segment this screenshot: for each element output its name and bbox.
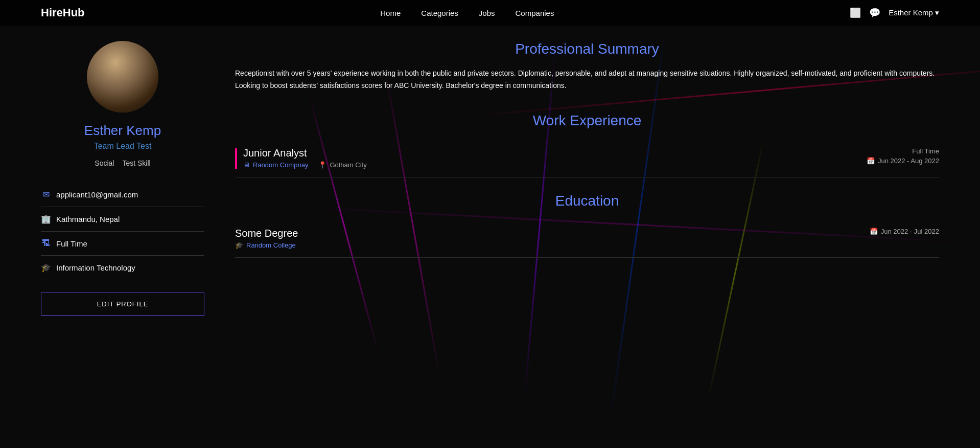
- location-pin-icon: 📍: [318, 161, 326, 169]
- work-experience-section: Work Experience Junior Analyst 🖥 Random …: [235, 113, 939, 177]
- profile-details: ✉ applicant10@gmail.com 🏢 Kathmandu, Nep…: [41, 183, 204, 280]
- summary-title: Professional Summary: [235, 41, 939, 57]
- content-area: Professional Summary Receptionist with o…: [235, 41, 939, 316]
- location-detail: 🏢 Kathmandu, Nepal: [41, 207, 204, 232]
- industry-detail: 🎓 Information Technology: [41, 256, 204, 280]
- edu-dates: 📅 Jun 2022 - Jul 2022: [870, 228, 939, 235]
- profile-name: Esther Kemp: [84, 123, 161, 139]
- app-logo: HireHub: [41, 6, 85, 19]
- upload-icon[interactable]: ⬜: [850, 7, 861, 18]
- industry-icon: 🎓: [41, 263, 51, 273]
- work-experience-title: Work Experience: [235, 113, 939, 129]
- jobtype-detail: 🏗 Full Time: [41, 232, 204, 256]
- company-name: Random Compnay: [253, 161, 308, 169]
- profile-tags: Social Test Skill: [95, 159, 150, 167]
- exp-left: Junior Analyst 🖥 Random Compnay 📍 Gotham…: [235, 147, 367, 169]
- location-value: Kathmandu, Nepal: [56, 215, 120, 223]
- exp-type: Full Time: [867, 147, 939, 155]
- nav-user[interactable]: Esther Kemp ▾: [889, 8, 939, 17]
- exp-indicator: [235, 148, 237, 169]
- jobtype-value: Full Time: [56, 239, 87, 248]
- message-icon[interactable]: 💬: [869, 7, 880, 18]
- calendar-icon: 📅: [867, 157, 875, 165]
- company-icon: 🖥: [243, 161, 250, 169]
- nav-right: ⬜ 💬 Esther Kemp ▾: [850, 7, 939, 18]
- sidebar: Esther Kemp Team Lead Test Social Test S…: [41, 41, 204, 316]
- edu-college: 🎓 Random College: [235, 241, 298, 249]
- college-name: Random College: [246, 241, 296, 249]
- education-section: Education Some Degree 🎓 Random College 📅…: [235, 193, 939, 258]
- exp-company: 🖥 Random Compnay: [243, 161, 308, 169]
- exp-right: Full Time 📅 Jun 2022 - Aug 2022: [867, 147, 939, 165]
- email-value: applicant10@gmail.com: [56, 190, 138, 199]
- edu-date-range: Jun 2022 - Jul 2022: [881, 228, 939, 235]
- exp-job-title: Junior Analyst: [243, 147, 367, 159]
- main-content: Esther Kemp Team Lead Test Social Test S…: [0, 26, 980, 331]
- nav-companies[interactable]: Companies: [516, 9, 554, 17]
- exp-location: 📍 Gotham City: [318, 161, 366, 169]
- location-icon: 🏢: [41, 214, 51, 224]
- college-icon: 🎓: [235, 241, 243, 249]
- summary-text: Receptionist with over 5 years' experien…: [235, 68, 939, 92]
- edit-profile-button[interactable]: EDIT PROFILE: [41, 293, 204, 316]
- education-item: Some Degree 🎓 Random College 📅 Jun 2022 …: [235, 219, 939, 258]
- exp-city: Gotham City: [330, 161, 366, 169]
- jobtype-icon: 🏗: [41, 239, 51, 248]
- edu-degree: Some Degree: [235, 228, 298, 239]
- email-icon: ✉: [41, 190, 51, 199]
- nav-categories[interactable]: Categories: [421, 9, 458, 17]
- industry-value: Information Technology: [56, 263, 135, 272]
- profile-tag-skill[interactable]: Test Skill: [122, 159, 150, 167]
- exp-date-range: Jun 2022 - Aug 2022: [878, 157, 939, 165]
- profile-role: Team Lead Test: [94, 142, 152, 151]
- nav-jobs[interactable]: Jobs: [479, 9, 495, 17]
- nav-home[interactable]: Home: [380, 9, 401, 17]
- edu-header: Some Degree 🎓 Random College 📅 Jun 2022 …: [235, 228, 939, 249]
- avatar-wrapper: [87, 41, 158, 113]
- avatar: [87, 41, 158, 113]
- profile-tag-social[interactable]: Social: [95, 159, 114, 167]
- nav-links: Home Categories Jobs Companies: [380, 9, 554, 17]
- email-detail: ✉ applicant10@gmail.com: [41, 183, 204, 207]
- experience-item: Junior Analyst 🖥 Random Compnay 📍 Gotham…: [235, 139, 939, 177]
- education-title: Education: [235, 193, 939, 209]
- navbar: HireHub Home Categories Jobs Companies ⬜…: [0, 0, 980, 26]
- exp-dates: 📅 Jun 2022 - Aug 2022: [867, 157, 939, 165]
- edu-calendar-icon: 📅: [870, 228, 878, 235]
